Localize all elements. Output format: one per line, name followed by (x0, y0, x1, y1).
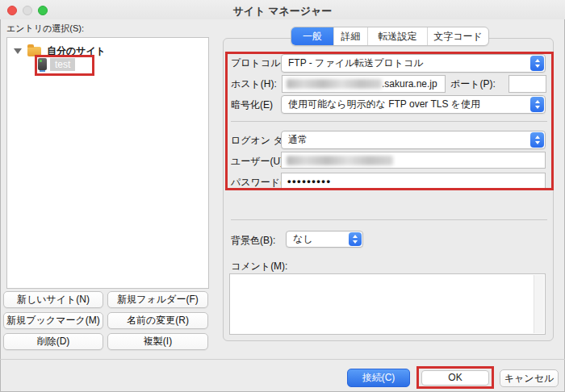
tab-bar: 一般 詳細 転送設定 文字コード (291, 27, 489, 46)
section-divider (231, 219, 547, 220)
scrollbar-track[interactable] (534, 275, 544, 333)
dropdown-stepper-icon[interactable] (349, 232, 362, 246)
comment-label: コメント(M): (231, 260, 287, 273)
new-folder-button[interactable]: 新規フォルダー(F) (107, 291, 208, 308)
cancel-button[interactable]: キャンセル (500, 369, 559, 387)
background-color-select[interactable]: なし (286, 231, 363, 248)
site-manager-dialog: サイト マネージャー エントリの選択(S): 自分のサイト test 新しいサイ… (0, 0, 565, 392)
titlebar: サイト マネージャー (0, 0, 565, 19)
rename-button[interactable]: 名前の変更(R) (107, 312, 208, 329)
duplicate-button[interactable]: 複製(I) (107, 333, 208, 350)
footer-divider (0, 359, 565, 360)
tab-transfer-settings[interactable]: 転送設定 (367, 27, 427, 45)
chevron-down-icon (353, 240, 358, 244)
new-bookmark-button[interactable]: 新規ブックマーク(M) (3, 312, 103, 329)
tab-charset[interactable]: 文字コード (427, 27, 488, 45)
comment-textarea[interactable] (229, 273, 546, 335)
connect-button[interactable]: 接続(C) (347, 369, 410, 387)
annotation-rect-form (225, 52, 554, 190)
tab-general[interactable]: 一般 (291, 27, 333, 45)
disclosure-triangle-icon[interactable] (14, 48, 22, 54)
tab-advanced[interactable]: 詳細 (333, 27, 367, 45)
background-color-value: なし (293, 232, 313, 246)
window-title: サイト マネージャー (0, 4, 565, 19)
delete-button[interactable]: 削除(D) (3, 333, 103, 350)
new-site-button[interactable]: 新しいサイト(N) (3, 291, 103, 308)
annotation-rect-ok (416, 366, 494, 389)
chevron-up-icon (353, 235, 358, 238)
annotation-rect-site (35, 55, 94, 76)
entry-select-label: エントリの選択(S): (6, 23, 84, 35)
background-color-label: 背景色(B): (231, 234, 275, 248)
